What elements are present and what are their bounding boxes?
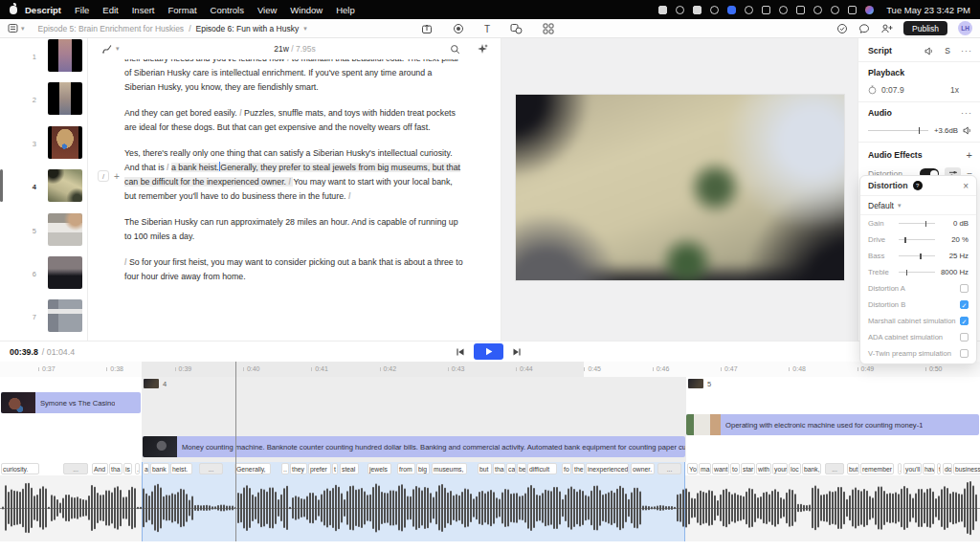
scene-thumbnail-7[interactable]: 7: [0, 299, 88, 338]
word-token[interactable]: but: [847, 463, 859, 474]
speaker-icon[interactable]: [963, 126, 972, 135]
menu-item-format[interactable]: Format: [167, 5, 196, 15]
scene-thumbnail-image[interactable]: [48, 39, 82, 72]
word-token[interactable]: ...: [63, 463, 88, 474]
gutter-add-button[interactable]: +: [114, 171, 120, 182]
word-token[interactable]: ..: [281, 463, 289, 474]
checkbox[interactable]: [960, 349, 969, 358]
slider-track[interactable]: [899, 239, 935, 240]
keyboard-icon[interactable]: [693, 6, 702, 14]
scene-thumbnail-image[interactable]: [48, 256, 82, 289]
slider-track[interactable]: [899, 223, 935, 224]
scene-marker-5[interactable]: 5: [688, 379, 711, 388]
word-token[interactable]: bank: [150, 463, 169, 474]
speaker-icon[interactable]: [924, 47, 934, 55]
word-token[interactable]: your: [772, 463, 788, 474]
checkbox[interactable]: [960, 284, 969, 293]
menu-bar-clock[interactable]: Tue May 23 3:42 PM: [886, 5, 970, 15]
word-token[interactable]: fo: [562, 463, 571, 474]
shapes-icon[interactable]: [510, 23, 523, 34]
script-text[interactable]: The Siberian Husky can run approximately…: [124, 217, 458, 241]
checkbox[interactable]: [960, 333, 969, 342]
word-token[interactable]: business: [953, 463, 980, 474]
menu-item-insert[interactable]: Insert: [132, 5, 155, 15]
chevron-down-icon[interactable]: ▾: [303, 25, 307, 33]
word-token[interactable]: jewels: [368, 463, 391, 474]
word-token[interactable]: tha: [109, 463, 122, 474]
word-token[interactable]: loc: [789, 463, 801, 474]
script-text[interactable]: And they can get bored easily.: [124, 108, 239, 118]
audio-gain-value[interactable]: +3.6dB: [934, 126, 958, 135]
word-token[interactable]: want: [712, 463, 729, 474]
comment-icon[interactable]: [858, 23, 870, 34]
clip-duration-value[interactable]: 0:07.9: [881, 85, 904, 95]
word-token[interactable]: star: [741, 463, 755, 474]
control-center-icon[interactable]: [848, 6, 857, 14]
checkbox[interactable]: ✓: [960, 317, 969, 325]
play-circle-icon[interactable]: [745, 6, 753, 14]
gutter-slash-button[interactable]: /: [98, 170, 109, 182]
word-token[interactable]: hav: [923, 463, 935, 474]
search-icon[interactable]: [450, 44, 460, 55]
audio-more-icon[interactable]: ···: [961, 108, 972, 118]
checkbox[interactable]: ✓: [960, 300, 969, 309]
preset-dropdown[interactable]: Default▾: [860, 196, 976, 215]
play-button[interactable]: [474, 343, 503, 360]
slider-knob[interactable]: [906, 270, 908, 276]
script-text[interactable]: a bank heist.: [171, 163, 219, 172]
script-paragraph[interactable]: / So for your first heist, you may want …: [124, 255, 465, 284]
playhead[interactable]: [235, 362, 236, 541]
close-icon[interactable]: ×: [963, 181, 969, 191]
apple-icon[interactable]: [10, 6, 17, 14]
word-token[interactable]: a: [143, 463, 149, 474]
slider-value[interactable]: 8000 Hz: [941, 268, 969, 276]
slider-value[interactable]: 20 %: [951, 235, 969, 244]
clock-icon[interactable]: [813, 6, 822, 14]
descript-menu-icon[interactable]: [658, 6, 667, 14]
shield-icon[interactable]: [727, 6, 736, 14]
bluetooth-icon[interactable]: [762, 6, 770, 14]
moon-icon[interactable]: [676, 6, 684, 14]
word-token[interactable]: museums,: [432, 463, 467, 474]
slider-knob[interactable]: [920, 253, 922, 259]
word-token[interactable]: owner.: [631, 463, 655, 474]
menu-item-file[interactable]: File: [75, 5, 89, 15]
skip-back-icon[interactable]: [456, 347, 465, 357]
word-token[interactable]: to: [730, 463, 740, 474]
menu-item-edit[interactable]: Edit: [102, 5, 118, 15]
video-preview[interactable]: [516, 95, 844, 280]
playback-speed[interactable]: 1x: [950, 85, 959, 95]
script-text[interactable]: /: [348, 191, 350, 201]
word-token[interactable]: you'll: [903, 463, 922, 474]
word-token[interactable]: Generally,: [234, 463, 271, 474]
word-token[interactable]: .: [135, 463, 140, 474]
word-token[interactable]: And: [92, 463, 108, 474]
skip-forward-icon[interactable]: [512, 347, 522, 357]
word-token[interactable]: with: [756, 463, 771, 474]
wifi-icon[interactable]: [796, 6, 805, 14]
word-token[interactable]: heist.: [170, 463, 192, 474]
scene-thumbnail-image[interactable]: [48, 299, 82, 332]
word-token[interactable]: ...: [825, 463, 844, 474]
word-token[interactable]: the: [572, 463, 585, 474]
search-icon[interactable]: [831, 6, 839, 14]
scene-thumbnail-3[interactable]: 3: [0, 126, 88, 165]
word-token[interactable]: is: [123, 463, 132, 474]
timeline-clip-operating[interactable]: Operating with electronic machine used f…: [686, 414, 979, 435]
word-token[interactable]: t: [332, 463, 338, 474]
word-token[interactable]: remember: [860, 463, 894, 474]
scene-thumbnail-5[interactable]: 5: [0, 213, 88, 252]
scene-thumbnail-image[interactable]: [48, 213, 82, 246]
menu-item-window[interactable]: Window: [290, 5, 323, 15]
meter-icon[interactable]: [710, 6, 719, 14]
slider-value[interactable]: 0 dB: [953, 219, 969, 228]
add-effect-button[interactable]: +: [967, 149, 972, 161]
word-token[interactable]: big: [416, 463, 430, 474]
word-token[interactable]: ma: [699, 463, 711, 474]
scene-thumbnail-4[interactable]: 4: [0, 169, 88, 208]
menu-item-view[interactable]: View: [257, 5, 277, 15]
menu-item-help[interactable]: Help: [336, 5, 355, 15]
scene-thumbnail-2[interactable]: 2: [0, 82, 88, 121]
scene-thumbnail-image[interactable]: [48, 169, 82, 202]
word-token[interactable]: ...: [199, 463, 223, 474]
